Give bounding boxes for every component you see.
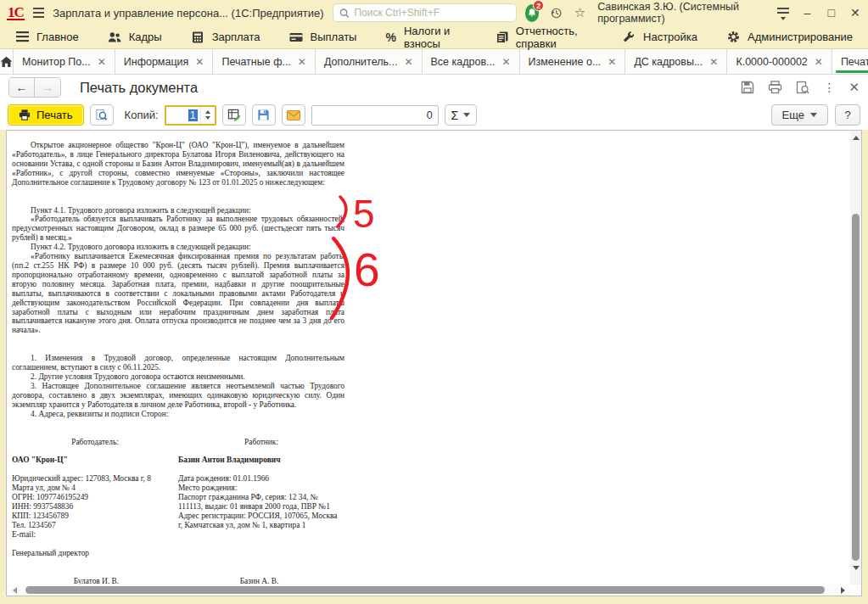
page-setup-button[interactable] <box>222 104 246 126</box>
more-button[interactable]: Еще <box>771 104 828 126</box>
page-header: ← → Печать документа ⋮ ✕ <box>0 75 868 100</box>
menu-item-label: Кадры <box>129 31 162 43</box>
tab-informaciya[interactable]: Информация✕ <box>115 49 214 74</box>
tab-pechatnye-formy[interactable]: Печатные ф...✕ <box>213 49 316 74</box>
document-preview-area[interactable]: Открытое акционерное общество "Крон-Ц" (… <box>6 130 862 596</box>
menu-item-nalogi[interactable]: % Налоги и взносы <box>385 25 467 50</box>
close-tab-icon[interactable]: ✕ <box>501 56 510 68</box>
menu-item-kadry[interactable]: Кадры <box>108 31 162 44</box>
back-button[interactable]: ← <box>9 78 35 97</box>
doc-item-1: 1. Изменения в Трудовой договор, определ… <box>12 354 344 372</box>
close-tab-icon[interactable]: ✕ <box>98 56 106 68</box>
tab-vse-kadrovye[interactable]: Все кадров...✕ <box>423 49 520 74</box>
close-window-button[interactable]: ✕ <box>849 6 861 20</box>
window-title: Зарплата и управление персона... (1С:Пре… <box>53 7 323 20</box>
menu-item-label: Налоги и взносы <box>404 25 468 50</box>
minimize-button[interactable]: – <box>801 6 813 20</box>
scroll-down-icon[interactable] <box>850 562 861 573</box>
employer-header: Работодатель: <box>12 438 178 447</box>
help-button[interactable]: ? <box>835 104 860 126</box>
search-icon <box>339 8 350 19</box>
sections-menu: Главное Кадры Зарплата Выплаты % Налоги … <box>0 25 868 49</box>
print-icon[interactable] <box>768 81 782 94</box>
tab-label: Печать доку... <box>841 56 868 68</box>
more-button-label: Еще <box>782 109 804 121</box>
doc-clause-42-body: «Работнику выплачивается Ежемесячная фик… <box>12 252 344 335</box>
close-tab-icon[interactable]: ✕ <box>815 56 823 68</box>
employer-details: Юридический адрес: 127083, Москва г, 8 М… <box>12 474 178 557</box>
calculator-icon <box>191 31 204 44</box>
tab-label: ДС кадровы... <box>634 56 703 68</box>
save-button[interactable] <box>252 104 276 126</box>
more-options-icon[interactable]: ⋮ <box>823 81 835 94</box>
preview-button[interactable] <box>90 104 114 126</box>
scroll-up-icon[interactable] <box>850 132 861 143</box>
vertical-scrollbar[interactable] <box>850 131 861 584</box>
menu-item-administrirovanie[interactable]: Администрирование <box>726 31 853 44</box>
menu-item-zarplata[interactable]: Зарплата <box>191 31 260 44</box>
sum-button[interactable]: Σ <box>445 104 478 126</box>
close-tab-icon[interactable]: ✕ <box>608 56 616 68</box>
history-icon[interactable] <box>551 6 562 20</box>
printer-icon <box>19 109 31 120</box>
tab-monitor[interactable]: Монитор По...✕ <box>14 49 115 74</box>
wrench-icon <box>622 31 636 44</box>
tab-izmenenie[interactable]: Изменение о...✕ <box>520 49 626 74</box>
horizontal-scrollbar[interactable] <box>7 584 850 596</box>
tab-label: Печатные ф... <box>221 56 290 68</box>
print-button[interactable]: Печать <box>8 104 84 126</box>
menu-item-glavnoe[interactable]: Главное <box>15 31 79 44</box>
favorites-star-icon[interactable]: ☆ <box>574 5 585 20</box>
magnifier-icon <box>95 109 108 121</box>
preview-icon[interactable] <box>796 81 809 94</box>
close-tab-icon[interactable]: ✕ <box>298 56 306 68</box>
menu-item-otchetnost[interactable]: Отчетность, справки <box>496 25 593 50</box>
doc-intro-paragraph: Открытое акционерное общество "Крон-Ц" (… <box>12 141 344 187</box>
vertical-scroll-thumb[interactable] <box>852 214 860 561</box>
send-email-button[interactable] <box>282 104 305 126</box>
sum-field[interactable]: 0 <box>311 105 439 126</box>
tab-k0000-000002[interactable]: К.0000-000002✕ <box>727 49 832 74</box>
doc-clause-41-body: «Работодатель обязуется выплачивать Рабо… <box>12 215 344 243</box>
percent-icon: % <box>385 31 395 44</box>
tab-label: Все кадров... <box>431 56 496 68</box>
horizontal-scroll-thumb[interactable] <box>25 586 825 594</box>
employee-details: Дата рождения: 01.01.1966 Место рождения… <box>178 474 344 557</box>
employer-name: ОАО "Крон-Ц" <box>12 456 178 465</box>
tab-label: Монитор По... <box>22 56 91 68</box>
tab-pechat-dokumenta[interactable]: Печать доку...✕ <box>832 49 868 74</box>
report-icon <box>496 31 508 44</box>
current-user[interactable]: Савинская З.Ю. (Системный программист) <box>597 1 765 25</box>
home-tab[interactable] <box>0 49 14 74</box>
tab-ds-kadrovye[interactable]: ДС кадровы...✕ <box>625 49 727 74</box>
title-bar: 1С Зарплата и управление персона... (1С:… <box>0 0 868 25</box>
copies-value[interactable]: 1 <box>188 109 198 121</box>
maximize-button[interactable]: □ <box>825 6 837 20</box>
spin-up-icon[interactable] <box>205 110 210 114</box>
search-input[interactable] <box>354 7 509 19</box>
tab-dopolnitelno[interactable]: Дополнитель...✕ <box>316 49 423 74</box>
close-tab-icon[interactable]: ✕ <box>404 56 412 68</box>
menu-item-nastroyka[interactable]: Настройка <box>622 31 697 44</box>
forward-button[interactable]: → <box>35 78 60 97</box>
print-toolbar: Печать Копий: 1 0 Σ Еще ? <box>0 100 868 130</box>
table-edit-icon <box>227 109 241 121</box>
scroll-left-icon[interactable] <box>7 587 22 594</box>
service-menu-icon[interactable] <box>777 5 789 20</box>
chevron-down-icon <box>810 113 817 117</box>
close-tab-icon[interactable]: ✕ <box>195 56 204 68</box>
notifications-bell-icon[interactable]: 2 <box>525 4 540 22</box>
global-search[interactable] <box>333 3 517 22</box>
spin-down-icon[interactable] <box>205 116 210 120</box>
scroll-right-icon[interactable] <box>835 587 850 594</box>
menu-item-vyplaty[interactable]: Выплаты <box>289 31 357 44</box>
close-form-icon[interactable]: ✕ <box>848 80 860 95</box>
app-window: 1С Зарплата и управление персона... (1С:… <box>0 0 868 604</box>
close-tab-icon[interactable]: ✕ <box>709 56 718 68</box>
copies-stepper[interactable]: 1 <box>165 105 216 126</box>
spinner-buttons[interactable] <box>200 107 215 124</box>
tab-label: Информация <box>124 56 189 68</box>
save-icon[interactable] <box>741 81 754 94</box>
main-menu-icon[interactable] <box>33 5 44 20</box>
tab-label: К.0000-000002 <box>736 56 807 68</box>
